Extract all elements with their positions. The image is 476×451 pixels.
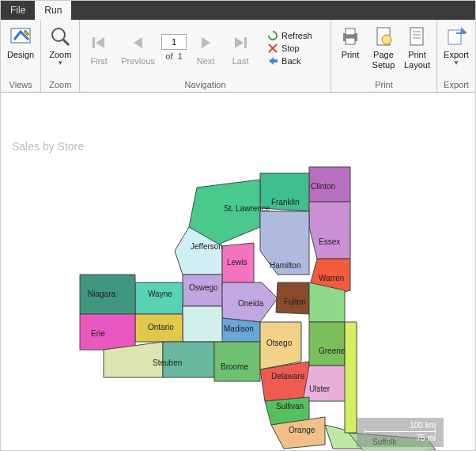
svg-text:Wayne: Wayne bbox=[148, 290, 172, 298]
next-icon bbox=[193, 30, 218, 55]
svg-text:Madison: Madison bbox=[224, 324, 254, 333]
county-broome[interactable] bbox=[214, 342, 260, 381]
stop-button[interactable]: Stop bbox=[264, 42, 315, 55]
svg-text:Franklin: Franklin bbox=[271, 198, 300, 207]
zoom-caret-icon: ▼ bbox=[57, 60, 63, 66]
county-greene[interactable] bbox=[309, 322, 345, 366]
scale-km: 100 km bbox=[365, 421, 436, 430]
export-icon bbox=[444, 24, 469, 49]
next-button[interactable]: Next bbox=[190, 28, 221, 66]
zoom-button[interactable]: Zoom ▼ bbox=[44, 21, 76, 66]
print-layout-button[interactable]: Print Layout bbox=[401, 21, 433, 70]
svg-rect-16 bbox=[346, 38, 355, 44]
scale-mi: 75 mi bbox=[365, 434, 436, 442]
svg-text:Orange: Orange bbox=[289, 426, 315, 434]
svg-marker-4 bbox=[96, 37, 104, 48]
last-icon bbox=[228, 30, 253, 55]
export-button[interactable]: Export ▼ bbox=[440, 21, 472, 66]
svg-marker-24 bbox=[461, 27, 467, 33]
map-ny: Clinton Franklin St. Lawrence Jefferson … bbox=[72, 164, 444, 451]
group-export-label: Export bbox=[440, 78, 472, 92]
svg-text:Greene: Greene bbox=[319, 347, 346, 355]
group-print: Print Page Setup Print Layout Print bbox=[331, 20, 437, 92]
svg-text:Ontario: Ontario bbox=[148, 323, 174, 332]
svg-text:Sullivan: Sullivan bbox=[276, 402, 304, 411]
print-icon bbox=[338, 24, 363, 49]
svg-text:St. Lawrence: St. Lawrence bbox=[224, 204, 270, 213]
next-label: Next bbox=[197, 56, 215, 66]
svg-marker-5 bbox=[134, 37, 142, 48]
last-label: Last bbox=[232, 56, 249, 66]
svg-text:Hamilton: Hamilton bbox=[270, 261, 300, 270]
svg-text:Steuben: Steuben bbox=[153, 358, 182, 367]
refresh-label: Refresh bbox=[281, 31, 312, 40]
stop-label: Stop bbox=[281, 44, 300, 53]
tab-file[interactable]: File bbox=[1, 1, 35, 20]
previous-button[interactable]: Previous bbox=[118, 28, 158, 66]
group-views: Design Views bbox=[1, 20, 41, 92]
svg-text:Otsego: Otsego bbox=[266, 339, 293, 347]
svg-text:Warren: Warren bbox=[319, 274, 344, 282]
print-layout-icon bbox=[404, 24, 429, 49]
svg-text:Broome: Broome bbox=[221, 362, 248, 371]
svg-rect-15 bbox=[346, 28, 355, 35]
refresh-button[interactable]: Refresh bbox=[264, 29, 315, 42]
svg-marker-9 bbox=[273, 30, 275, 32]
county-ulster[interactable] bbox=[303, 366, 347, 401]
svg-point-1 bbox=[52, 28, 65, 41]
page-input[interactable] bbox=[161, 34, 187, 50]
print-layout-label: Print Layout bbox=[404, 50, 430, 70]
svg-text:Niagara: Niagara bbox=[88, 290, 115, 298]
svg-line-2 bbox=[63, 40, 69, 45]
svg-rect-23 bbox=[448, 30, 461, 44]
first-icon bbox=[86, 30, 111, 55]
back-label: Back bbox=[281, 56, 300, 66]
design-label: Design bbox=[7, 50, 34, 60]
svg-text:Clinton: Clinton bbox=[311, 182, 335, 191]
tab-bar: File Run bbox=[1, 1, 475, 20]
previous-label: Previous bbox=[121, 56, 155, 66]
print-button[interactable]: Print bbox=[334, 21, 366, 60]
tab-run[interactable]: Run bbox=[35, 1, 71, 20]
svg-text:Oneida: Oneida bbox=[238, 299, 264, 308]
svg-text:Lewis: Lewis bbox=[227, 258, 247, 267]
svg-text:Ulster: Ulster bbox=[309, 385, 331, 393]
page-total: of 1 bbox=[165, 51, 182, 61]
county-erie[interactable] bbox=[80, 314, 135, 350]
back-button[interactable]: Back bbox=[264, 55, 315, 67]
county-wayne[interactable] bbox=[135, 282, 183, 314]
stop-icon bbox=[267, 43, 278, 54]
report-canvas: Sales by Store C bbox=[1, 93, 475, 451]
ribbon: Design Views Zoom ▼ Zoom bbox=[1, 20, 475, 93]
svg-marker-6 bbox=[202, 37, 210, 48]
svg-marker-7 bbox=[235, 37, 244, 48]
svg-rect-8 bbox=[244, 37, 247, 48]
back-icon bbox=[267, 55, 278, 66]
design-button[interactable]: Design bbox=[4, 21, 37, 60]
svg-text:Jefferson: Jefferson bbox=[191, 242, 223, 251]
svg-rect-19 bbox=[410, 28, 423, 45]
svg-rect-13 bbox=[273, 59, 278, 63]
group-navigation: First Previous of 1 bbox=[80, 20, 331, 92]
county-essex[interactable] bbox=[309, 202, 350, 259]
svg-text:Delaware: Delaware bbox=[271, 372, 305, 381]
previous-icon bbox=[126, 30, 151, 55]
svg-text:Erie: Erie bbox=[91, 329, 105, 338]
group-zoom: Zoom ▼ Zoom bbox=[41, 20, 80, 92]
county-onondaga[interactable] bbox=[183, 306, 222, 342]
design-icon bbox=[8, 24, 33, 49]
group-print-label: Print bbox=[334, 78, 433, 92]
last-button[interactable]: Last bbox=[225, 28, 256, 66]
page-setup-icon bbox=[371, 24, 396, 49]
group-views-label: Views bbox=[4, 78, 37, 92]
svg-text:Essex: Essex bbox=[319, 237, 340, 246]
scale-bar: 100 km 75 mi bbox=[357, 418, 444, 447]
zoom-icon bbox=[47, 24, 73, 49]
export-caret-icon: ▼ bbox=[453, 60, 459, 66]
county-columbia[interactable] bbox=[345, 322, 357, 433]
svg-text:Fulton: Fulton bbox=[284, 298, 306, 306]
group-export: Export ▼ Export bbox=[437, 20, 475, 92]
first-button[interactable]: First bbox=[83, 28, 115, 66]
page-setup-button[interactable]: Page Setup bbox=[368, 21, 399, 70]
print-label: Print bbox=[342, 50, 360, 60]
